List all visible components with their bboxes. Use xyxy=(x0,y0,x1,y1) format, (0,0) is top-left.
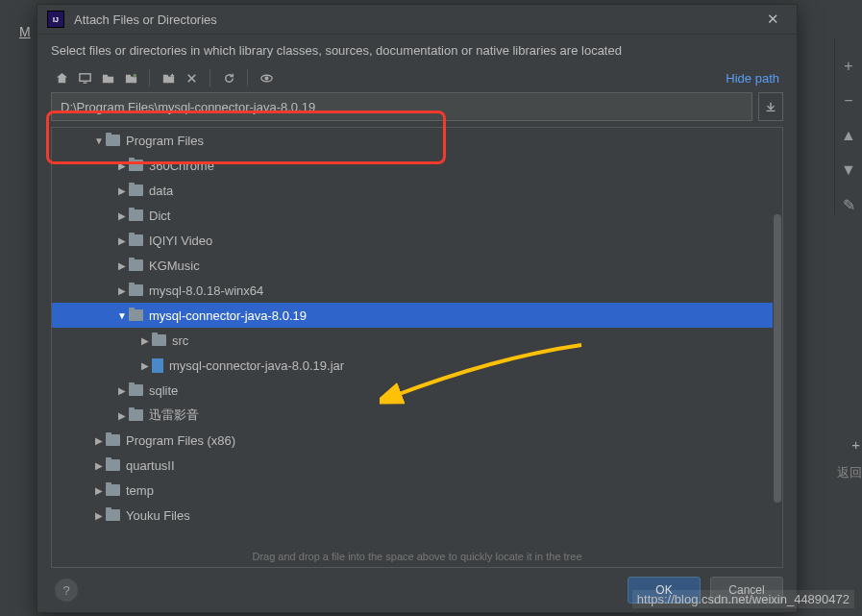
chevron-right-icon[interactable]: ▶ xyxy=(115,210,129,221)
folder-icon xyxy=(129,234,143,246)
chevron-down-icon[interactable]: ▼ xyxy=(115,310,129,321)
refresh-icon[interactable] xyxy=(218,67,239,88)
tree-node-label: mysql-connector-java-8.0.19 xyxy=(149,308,307,323)
tree-node[interactable]: ▶quartusII xyxy=(52,453,773,478)
tree-node-label: data xyxy=(149,184,173,198)
folder-icon xyxy=(129,384,143,396)
chevron-right-icon[interactable]: ▶ xyxy=(115,185,129,196)
intellij-icon xyxy=(47,11,64,28)
svg-point-1 xyxy=(133,73,136,77)
tree-hint: Drag and drop a file into the space abov… xyxy=(52,546,782,567)
chevron-right-icon[interactable]: ▶ xyxy=(115,385,129,396)
tree-viewport[interactable]: ▼Program Files▶360Chrome▶data▶Dict▶IQIYI… xyxy=(52,128,773,546)
tree-node[interactable]: ▶IQIYI Video xyxy=(52,228,773,253)
tree-node[interactable]: ▶迅雷影音 xyxy=(52,403,773,428)
tree-node-label: sqlite xyxy=(149,383,178,398)
jar-icon xyxy=(152,358,163,373)
tree-node[interactable]: ▼Program Files xyxy=(52,128,773,153)
tree-node[interactable]: ▶Youku Files xyxy=(52,503,773,528)
tree-node[interactable]: ▶temp xyxy=(52,478,773,503)
desktop-icon[interactable] xyxy=(74,67,95,88)
plus-corner: + xyxy=(851,436,860,453)
text-fragment: 返回 xyxy=(837,464,862,481)
path-input[interactable] xyxy=(52,100,751,114)
folder-icon xyxy=(106,484,120,496)
down-icon[interactable]: ▼ xyxy=(841,161,856,179)
folder-icon xyxy=(106,459,120,471)
tree-node-label: KGMusic xyxy=(149,259,200,273)
remove-icon[interactable]: − xyxy=(844,92,852,110)
tree-node-label: Youku Files xyxy=(126,508,190,523)
tree-node[interactable]: ▶data xyxy=(52,178,773,203)
tree-node[interactable]: ▶mysql-connector-java-8.0.19.jar xyxy=(52,353,773,378)
folder-icon xyxy=(129,160,143,171)
show-hidden-icon[interactable] xyxy=(256,67,277,88)
right-toolstrip: + − ▲ ▼ ✎ xyxy=(834,38,862,214)
scrollbar-thumb[interactable] xyxy=(774,214,781,503)
tree-node[interactable]: ▶Program Files (x86) xyxy=(52,428,773,453)
add-icon[interactable]: + xyxy=(844,58,852,75)
tree-node-label: Dict xyxy=(149,209,170,223)
chevron-right-icon[interactable]: ▶ xyxy=(92,510,106,521)
chevron-right-icon[interactable]: ▶ xyxy=(92,485,106,496)
folder-icon xyxy=(129,409,143,421)
home-icon[interactable] xyxy=(51,67,72,88)
chevron-right-icon[interactable]: ▶ xyxy=(115,285,129,296)
chevron-down-icon[interactable]: ▼ xyxy=(92,136,106,146)
tree-node[interactable]: ▶360Chrome xyxy=(52,153,773,178)
folder-icon xyxy=(129,284,143,296)
chevron-right-icon[interactable]: ▶ xyxy=(115,235,129,246)
chevron-right-icon[interactable]: ▶ xyxy=(92,460,106,471)
directory-tree: ▼Program Files▶360Chrome▶data▶Dict▶IQIYI… xyxy=(51,127,783,568)
tree-node[interactable]: ▶KGMusic xyxy=(52,253,773,278)
close-button[interactable]: ✕ xyxy=(758,11,787,28)
folder-icon xyxy=(129,209,143,221)
edit-icon[interactable]: ✎ xyxy=(843,196,855,214)
dialog-subtitle: Select files or directories in which lib… xyxy=(37,35,797,63)
svg-point-3 xyxy=(265,77,268,80)
folder-icon xyxy=(106,509,120,521)
menu-fragment: M xyxy=(19,24,31,39)
new-folder-icon[interactable] xyxy=(158,67,179,88)
dialog-title: Attach Files or Directories xyxy=(74,12,758,27)
separator xyxy=(209,69,210,86)
path-field-wrapper xyxy=(51,92,752,121)
delete-icon[interactable] xyxy=(181,67,202,88)
module-icon[interactable] xyxy=(120,67,141,88)
attach-files-dialog: Attach Files or Directories ✕ Select fil… xyxy=(37,4,798,613)
folder-icon xyxy=(129,185,143,196)
help-button[interactable]: ? xyxy=(55,579,78,602)
tree-node-label: IQIYI Video xyxy=(149,234,212,248)
chevron-right-icon[interactable]: ▶ xyxy=(115,260,129,271)
titlebar: Attach Files or Directories ✕ xyxy=(37,5,797,35)
chevron-right-icon[interactable]: ▶ xyxy=(92,435,106,446)
tree-node-label: 迅雷影音 xyxy=(149,407,199,424)
separator xyxy=(247,69,248,86)
up-icon[interactable]: ▲ xyxy=(841,127,856,144)
tree-node-label: mysql-connector-java-8.0.19.jar xyxy=(169,358,344,373)
tree-node[interactable]: ▶sqlite xyxy=(52,378,773,403)
svg-rect-0 xyxy=(79,73,89,81)
project-icon[interactable] xyxy=(97,67,118,88)
hide-path-link[interactable]: Hide path xyxy=(726,71,783,86)
tree-node[interactable]: ▶mysql-8.0.18-winx64 xyxy=(52,278,773,303)
tree-node-label: 360Chrome xyxy=(149,159,214,173)
tree-node-label: Program Files (x86) xyxy=(126,433,235,448)
tree-node[interactable]: ▶src xyxy=(52,328,773,353)
chevron-right-icon[interactable]: ▶ xyxy=(138,335,152,346)
chevron-right-icon[interactable]: ▶ xyxy=(115,410,129,421)
folder-icon xyxy=(129,309,143,321)
folder-icon xyxy=(106,135,120,146)
chevron-right-icon[interactable]: ▶ xyxy=(115,160,129,171)
chevron-right-icon[interactable]: ▶ xyxy=(138,360,152,371)
history-dropdown-button[interactable] xyxy=(758,92,783,121)
tree-node-label: temp xyxy=(126,483,154,498)
tree-node[interactable]: ▶Dict xyxy=(52,203,773,228)
tree-node-label: Program Files xyxy=(126,134,204,148)
tree-node-label: quartusII xyxy=(126,458,175,473)
folder-icon xyxy=(129,259,143,271)
folder-icon xyxy=(152,334,166,346)
tree-scrollbar[interactable] xyxy=(773,128,782,546)
tree-node[interactable]: ▼mysql-connector-java-8.0.19 xyxy=(52,303,773,328)
file-toolbar: Hide path xyxy=(37,63,797,92)
